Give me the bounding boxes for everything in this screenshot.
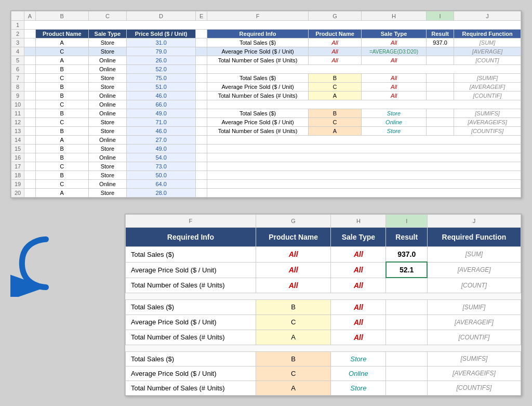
- bot-col-J: J: [427, 215, 521, 228]
- table-row: 3 A Store 31.0 Total Sales ($) All All 9…: [11, 38, 521, 47]
- main-container: A B C D E F G H I J 1 2 Product Name: [10, 10, 522, 396]
- col-header-D: D: [127, 11, 196, 21]
- info-cell: Total Sales ($): [207, 38, 309, 47]
- col-header-I: I: [427, 11, 454, 21]
- bot-table-row: Total Sales ($) B All [SUMIF]: [126, 299, 521, 315]
- bot-table-row: Average Price Sold ($ / Unit) C All [AVE…: [126, 315, 521, 330]
- row-1: 1: [11, 21, 24, 30]
- right-header-sale: Sale Type: [361, 30, 426, 38]
- arrow-col: [10, 214, 68, 298]
- bot-table-row: Average Price Sold ($ / Unit) All All 52…: [126, 262, 521, 278]
- right-header-product: Product Name: [309, 30, 362, 38]
- table-row: 11 B Online 49.0 Total Sales ($) B Store…: [11, 109, 521, 118]
- left-header-product: Product Name: [35, 30, 88, 38]
- col-header-H: H: [361, 11, 426, 21]
- bot-table-row: Total Number of Sales (# Units) A All [C…: [126, 330, 521, 345]
- table-row: 16 B Online 54.0: [11, 153, 521, 162]
- col-header-J: J: [454, 11, 521, 21]
- bot-col-I: I: [386, 215, 427, 228]
- bot-table-row: Average Price Sold ($ / Unit) C Online […: [126, 366, 521, 381]
- col-header-A: A: [24, 11, 36, 21]
- col-header-G: G: [309, 11, 362, 21]
- bottom-section-wrapper: F G H I J Required Info Product Name Sal…: [10, 214, 522, 396]
- table-row: 17 C Store 73.0: [11, 162, 521, 171]
- col-header-F: F: [207, 11, 309, 21]
- left-header-price: Price Sold ($ / Unit): [127, 30, 196, 38]
- col-header-num: [11, 11, 24, 21]
- bot-header-sale: Sale Type: [331, 228, 386, 247]
- top-spreadsheet-table: A B C D E F G H I J 1 2 Product Name: [11, 11, 521, 198]
- table-row: 18 B Store 50.0: [11, 171, 521, 180]
- separator-row: [126, 345, 521, 351]
- bot-table-row: Total Sales ($) B Store [SUMIFS]: [126, 351, 521, 366]
- bot-table-row: Total Number of Sales (# Units) All All …: [126, 278, 521, 293]
- separator-row: 6 B Online 52.0: [11, 65, 521, 74]
- table-row: 19 C Online 64.0: [11, 180, 521, 189]
- top-spreadsheet: A B C D E F G H I J 1 2 Product Name: [10, 10, 522, 198]
- bot-col-H: H: [331, 215, 386, 228]
- right-header-func: Required Function: [454, 30, 521, 38]
- bot-header-func: Required Function: [427, 228, 521, 247]
- row-2: 2: [11, 30, 24, 38]
- bot-table-row: Total Number of Sales (# Units) A Store …: [126, 381, 521, 395]
- bot-header-product: Product Name: [256, 228, 330, 247]
- table-row: 7 C Store 75.0 Total Sales ($) B All [SU…: [11, 74, 521, 83]
- bot-col-F: F: [126, 215, 256, 228]
- bot-col-G: G: [256, 215, 330, 228]
- table-row: 9 B Online 46.0 Total Number of Sales (#…: [11, 91, 521, 100]
- col-header-C: C: [88, 11, 126, 21]
- table-row: 12 C Store 71.0 Average Price Sold ($ / …: [11, 118, 521, 127]
- table-row: 5 A Online 26.0 Total Number of Sales (#…: [11, 56, 521, 65]
- table-row: 15 B Store 49.0: [11, 145, 521, 153]
- table-row: 8 B Store 51.0 Average Price Sold ($ / U…: [11, 83, 521, 91]
- table-row: 20 A Store 28.0: [11, 189, 521, 198]
- table-row: 4 C Store 79.0 Average Price Sold ($ / U…: [11, 47, 521, 56]
- left-header-sale: Sale Type: [88, 30, 126, 38]
- table-row: 13 B Store 46.0 Total Number of Sales (#…: [11, 127, 521, 136]
- col-header-E: E: [196, 11, 207, 21]
- separator-row: [126, 293, 521, 299]
- table-row: 14 A Online 27.0: [11, 136, 521, 145]
- bot-header-info: Required Info: [126, 228, 256, 247]
- col-header-B: B: [35, 11, 88, 21]
- bottom-table: F G H I J Required Info Product Name Sal…: [125, 214, 521, 396]
- separator-row: 10 C Online 66.0: [11, 100, 521, 109]
- bottom-table-wrapper: F G H I J Required Info Product Name Sal…: [125, 214, 522, 396]
- right-header-result: Result: [427, 30, 454, 38]
- bot-table-row: Total Sales ($) All All 937.0 [SUM]: [126, 247, 521, 263]
- down-arrow-icon: [10, 234, 62, 297]
- bot-header-result: Result: [386, 228, 427, 247]
- right-header-info: Required Info: [207, 30, 309, 38]
